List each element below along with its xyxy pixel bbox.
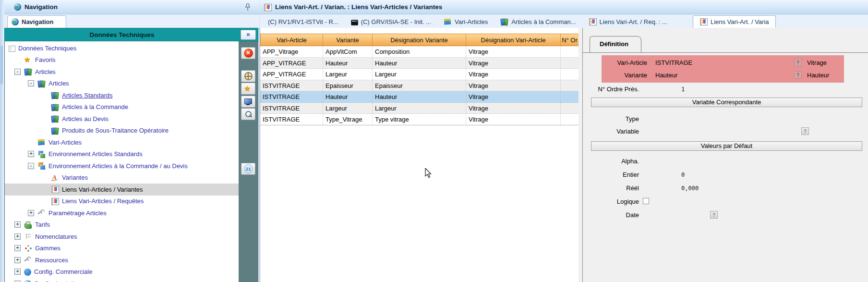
tree-item-param-trage-articles[interactable]: +Paramétrage Articles <box>5 207 239 219</box>
table-row[interactable]: APP_VITRAGELargeurLargeurVitrage <box>260 69 579 80</box>
tree-item-config-commerciale[interactable]: +Config. Commerciale <box>5 266 239 278</box>
tree-item-gammes[interactable]: +Gammes <box>5 243 239 255</box>
table-row[interactable]: ISTVITRAGEHauteurHauteurVitrage <box>260 91 579 103</box>
globe-icon <box>12 18 19 25</box>
tree-item-label: Liens Vari-Articles / Variantes <box>62 186 143 193</box>
bookstack-icon <box>37 138 46 147</box>
table-row[interactable]: ISTVITRAGELargeurLargeurVitrage <box>260 103 579 114</box>
tab-c-rv1-rv1-istvit-r[interactable]: (C) RV1/RV1-ISTVit - R... <box>262 15 345 28</box>
logique-checkbox[interactable] <box>643 198 649 204</box>
column-header-d-signation-variante[interactable]: Désignation Variante <box>373 34 466 46</box>
tree-item-articles-la-commande[interactable]: Articles à la Commande <box>5 101 239 113</box>
notebook-icon <box>699 18 708 25</box>
minus-expander-icon[interactable]: - <box>28 163 34 169</box>
column-header-n-or[interactable]: N° Or <box>561 34 579 46</box>
table-row[interactable]: APP_VITRAGEHauteurHauteurVitrage <box>260 58 579 69</box>
tree-item-ressources[interactable]: +Ressources <box>5 254 239 266</box>
vari-article-lookup-button[interactable]: ? <box>794 59 802 66</box>
tree-item-produits-de-sous-traitance-op-ratoire[interactable]: Produits de Sous-Traitance Opératoire <box>5 125 239 137</box>
document-tabbar: (C) RV1/RV1-ISTVit - R...(C) GRV/ISIA-SE… <box>260 14 868 28</box>
minus-expander-icon[interactable]: - <box>28 80 34 86</box>
tab-label: Liens Vari-Art. / Varia <box>711 18 769 25</box>
entier-value[interactable]: 0 <box>681 172 685 178</box>
parameters-button[interactable] <box>241 70 255 82</box>
alpha-label: Alpha. <box>583 158 639 165</box>
tree-item-articles[interactable]: -Articles <box>5 66 239 78</box>
close-button[interactable] <box>241 47 255 59</box>
tree-item-environnement-articles-la-commande-au-devis[interactable]: -Environnement Articles à la Commande / … <box>5 160 239 172</box>
table-cell <box>561 80 579 91</box>
plus-expander-icon[interactable]: + <box>14 233 21 240</box>
tab-c-grv-isia-se-init[interactable]: (C) GRV/ISIA-SE - Init. ... <box>345 15 437 28</box>
favorites-button[interactable] <box>241 83 255 95</box>
pin-icon[interactable] <box>245 3 251 11</box>
variante-value[interactable]: Hauteur <box>655 72 677 79</box>
date-lookup-button[interactable]: ? <box>710 211 718 219</box>
monitor-icon <box>244 98 253 106</box>
tree-item-liens-vari-articles-requ-tes[interactable]: Liens Vari-Articles / Requêtes <box>5 196 239 208</box>
tree-item-config-logistique[interactable]: +Config. Logistique <box>5 278 239 282</box>
panel-icon <box>9 46 15 52</box>
reel-value[interactable]: 0,000 <box>681 185 699 192</box>
plus-expander-icon[interactable]: + <box>14 245 21 251</box>
variable-lookup-button[interactable]: ? <box>801 127 809 135</box>
tab-definition[interactable]: Définition <box>590 36 641 52</box>
tab-vari-articles[interactable]: Vari-Articles <box>437 15 494 28</box>
tree-item-variantes[interactable]: Variantes <box>5 172 239 184</box>
tree-item-articles-au-devis[interactable]: Articles au Devis <box>5 113 239 125</box>
search-button[interactable] <box>241 108 255 120</box>
table-cell <box>561 91 579 102</box>
tab-articles-la-comman[interactable]: Articles à la Comman... <box>494 15 582 28</box>
table-cell: Vitrage <box>466 69 561 80</box>
plus-expander-icon[interactable]: + <box>28 151 34 157</box>
plus-expander-icon[interactable]: + <box>14 221 21 228</box>
table-cell: Epaisseur <box>323 80 373 91</box>
column-header-variante[interactable]: Variante <box>323 34 373 46</box>
tree-item-articles-standards[interactable]: Articles Standards <box>5 89 239 101</box>
tab-liens-vari-art-varia[interactable]: Liens Vari-Art. / Varia <box>693 15 776 28</box>
tree-header-title: Données Techniques <box>5 31 239 38</box>
screen-button[interactable] <box>241 96 255 108</box>
variante-row: Variante Hauteur ? Hauteur <box>602 70 844 81</box>
vari-article-value[interactable]: ISTVITRAGE <box>655 59 692 66</box>
variante-description: Hauteur <box>807 72 829 79</box>
tree-item-nomenclatures[interactable]: +Nomenclatures <box>5 231 239 243</box>
collapsed-panel-handle[interactable] <box>0 46 3 84</box>
column-header-vari-article[interactable]: Vari-Article <box>260 34 323 46</box>
tree-item-donn-es-techniques[interactable]: Données Techniques <box>5 42 239 54</box>
tree-item-tarifs[interactable]: +Tarifs <box>5 219 239 231</box>
variante-label: Variante <box>602 72 647 79</box>
side-toolbar: Z1 <box>239 41 258 282</box>
wrench-icon <box>37 209 46 217</box>
plus-expander-icon[interactable]: + <box>14 257 21 263</box>
star-icon <box>244 85 253 93</box>
env2-icon <box>37 162 46 170</box>
tree-item-environnement-articles-standards[interactable]: +Environnement Articles Standards <box>5 148 239 160</box>
z1-button[interactable]: Z1 <box>241 163 255 175</box>
tab-liens-vari-art-req[interactable]: Liens Vari-Art. / Req. : ... <box>582 15 674 28</box>
ordre-row: N° Ordre Prés. 1 <box>583 85 868 94</box>
column-header-d-signation-vari-article[interactable]: Désignation Vari-Article <box>466 34 561 46</box>
table-cell: Largeur <box>323 103 373 114</box>
ordre-value[interactable]: 1 <box>681 86 685 93</box>
tree-item-label: Liens Vari-Articles / Requêtes <box>62 197 144 205</box>
variante-lookup-button[interactable]: ? <box>794 71 802 79</box>
plus-expander-icon[interactable]: + <box>28 210 34 216</box>
collapse-panel-button[interactable]: » <box>241 30 256 40</box>
tree-item-liens-vari-articles-variantes[interactable]: Liens Vari-Articles / Variantes <box>5 184 239 196</box>
tree-item-label: Config. Commerciale <box>34 268 92 275</box>
plus-expander-icon[interactable]: + <box>14 269 21 275</box>
table-row[interactable]: ISTVITRAGEType_VitrageType vitrageVitrag… <box>260 114 579 125</box>
tree-item-articles[interactable]: -Articles <box>5 78 239 90</box>
entier-label: Entier <box>583 171 639 178</box>
tab-navigation[interactable]: Navigation <box>7 15 66 28</box>
table-row[interactable]: ISTVITRAGEEpaisseurEpaisseurVitrage <box>260 80 579 92</box>
reel-label: Réél <box>583 184 639 192</box>
minus-expander-icon[interactable]: - <box>14 69 21 75</box>
tarif-icon <box>24 221 32 229</box>
table-row[interactable]: APP_VitrageAppVitComCompositionVitrage <box>260 46 579 58</box>
logique-row: Logique <box>583 197 868 207</box>
tree-item-vari-articles[interactable]: Vari-Articles <box>5 136 239 148</box>
vari-article-row: Vari-Article ISTVITRAGE ? Vitrage <box>602 58 844 68</box>
tree-item-favoris[interactable]: Favoris <box>5 54 239 66</box>
